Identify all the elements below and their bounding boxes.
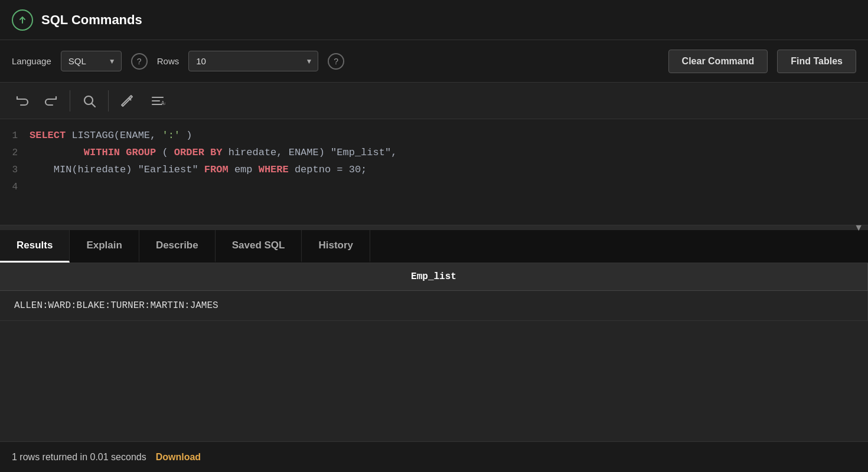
redo-button[interactable]: [38, 89, 64, 113]
tab-saved-sql[interactable]: Saved SQL: [216, 230, 302, 263]
code-line-3: 3 MIN(hiredate) "Earliest" FROM emp WHER…: [0, 162, 868, 179]
resize-handle[interactable]: ▼: [0, 225, 868, 230]
language-select-wrapper: SQL PL/SQL ▼: [61, 51, 122, 71]
editor-divider-1: [70, 90, 70, 112]
tab-results[interactable]: Results: [0, 230, 70, 263]
resize-arrow-icon: ▼: [854, 222, 863, 233]
status-text: 1 rows returned in 0.01 seconds: [12, 452, 146, 463]
line-number-2: 2: [0, 145, 30, 161]
line-number-1: 1: [0, 128, 30, 144]
rows-select-wrapper: 10 25 50 100 500 ▼: [188, 51, 318, 71]
editor-toolbar: A=: [0, 83, 868, 119]
download-link[interactable]: Download: [156, 452, 201, 463]
line-number-3: 3: [0, 162, 30, 178]
rows-select[interactable]: 10 25 50 100 500: [188, 51, 318, 71]
upload-icon: [12, 9, 33, 31]
undo-button[interactable]: [9, 89, 35, 113]
build-button[interactable]: [115, 88, 142, 113]
svg-line-1: [92, 103, 96, 107]
rows-help-icon[interactable]: ?: [328, 53, 344, 70]
format-button[interactable]: A=: [144, 88, 171, 113]
page-title: SQL Commands: [41, 12, 142, 28]
language-select[interactable]: SQL PL/SQL: [61, 51, 122, 71]
code-line-2: 2 WITHIN GROUP ( ORDER BY hiredate, ENAM…: [0, 145, 868, 162]
table-header-row: Emp_list: [0, 263, 868, 291]
code-editor[interactable]: 1 SELECT LISTAGG(ENAME, ':' ) 2 WITHIN G…: [0, 119, 868, 225]
results-table-wrap: Emp_list ALLEN:WARD:BLAKE:TURNER:MARTIN:…: [0, 263, 868, 441]
language-label: Language: [12, 56, 51, 66]
rows-label: Rows: [157, 56, 180, 66]
tab-describe[interactable]: Describe: [139, 230, 216, 263]
code-line-4: 4: [0, 179, 868, 196]
line-content-4: [30, 179, 35, 196]
tab-explain[interactable]: Explain: [70, 230, 139, 263]
search-button[interactable]: [76, 89, 102, 113]
svg-text:A=: A=: [161, 100, 165, 106]
line-number-4: 4: [0, 179, 30, 195]
find-tables-button[interactable]: Find Tables: [777, 50, 856, 73]
status-bar: 1 rows returned in 0.01 seconds Download: [0, 441, 868, 472]
line-content-2: WITHIN GROUP ( ORDER BY hiredate, ENAME)…: [30, 145, 397, 162]
main-layout: Language SQL PL/SQL ▼ ? Rows 10 25 50 10…: [0, 40, 868, 472]
line-content-1: SELECT LISTAGG(ENAME, ':' ): [30, 127, 192, 145]
results-table: Emp_list ALLEN:WARD:BLAKE:TURNER:MARTIN:…: [0, 263, 868, 321]
clear-command-button[interactable]: Clear Command: [668, 50, 768, 73]
editor-divider-2: [108, 90, 109, 112]
language-help-icon[interactable]: ?: [131, 53, 148, 70]
code-line-1: 1 SELECT LISTAGG(ENAME, ':' ): [0, 127, 868, 145]
header: SQL Commands: [0, 0, 868, 40]
tab-history[interactable]: History: [302, 230, 370, 263]
table-row: ALLEN:WARD:BLAKE:TURNER:MARTIN:JAMES: [0, 291, 868, 321]
cell-emp-list: ALLEN:WARD:BLAKE:TURNER:MARTIN:JAMES: [0, 291, 868, 321]
line-content-3: MIN(hiredate) "Earliest" FROM emp WHERE …: [30, 162, 367, 179]
toolbar: Language SQL PL/SQL ▼ ? Rows 10 25 50 10…: [0, 40, 868, 83]
code-lines: 1 SELECT LISTAGG(ENAME, ':' ) 2 WITHIN G…: [0, 119, 868, 204]
tabs-bar: Results Explain Describe Saved SQL Histo…: [0, 230, 868, 263]
results-area: Results Explain Describe Saved SQL Histo…: [0, 230, 868, 472]
col-header-emp-list: Emp_list: [0, 263, 868, 291]
